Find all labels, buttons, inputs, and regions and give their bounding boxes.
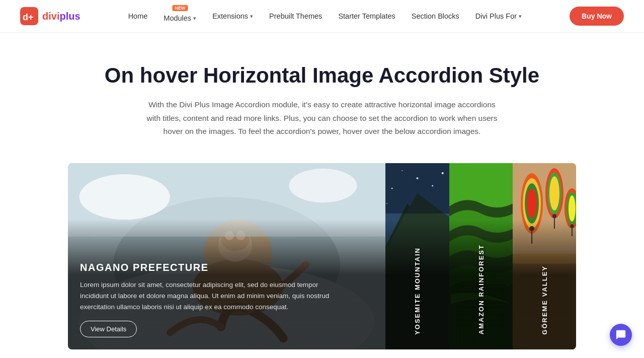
logo[interactable]: d+ diviplus [20, 7, 80, 25]
nagano-content: NAGANO PREFECTURE Lorem ipsum dolor sit … [68, 250, 385, 350]
amazon-title: AMAZON RAINFOREST [477, 244, 485, 334]
yosemite-title: YOSEMITE MOUNTAIN [414, 247, 421, 335]
amazon-content: AMAZON RAINFOREST [449, 325, 513, 349]
divifor-chevron: ▾ [519, 13, 522, 20]
logo-text: diviplus [42, 11, 80, 22]
buy-now-button[interactable]: Buy Now [570, 7, 624, 26]
svg-text:d+: d+ [23, 12, 34, 22]
main-content: On hover Horizontal Image Accordion Styl… [0, 33, 644, 358]
accordion-panel-nagano[interactable]: NAGANO PREFECTURE Lorem ipsum dolor sit … [68, 163, 385, 349]
extensions-chevron: ▾ [250, 13, 253, 20]
yosemite-content: YOSEMITE MOUNTAIN [385, 325, 449, 349]
page-title: On hover Horizontal Image Accordion Styl… [105, 63, 539, 88]
nagano-title: NAGANO PREFECTURE [80, 262, 373, 273]
accordion-container: NAGANO PREFECTURE Lorem ipsum dolor sit … [68, 163, 576, 349]
nav-sections[interactable]: Section Blocks [405, 8, 466, 24]
page-description: With the Divi Plus Image Accordion modul… [146, 98, 498, 138]
chat-bubble[interactable] [610, 324, 632, 346]
nav-prebuilt[interactable]: Prebuilt Themes [262, 8, 329, 24]
new-badge: NEW [172, 5, 188, 11]
modules-chevron: ▾ [193, 15, 196, 22]
nav-extensions[interactable]: Extensions ▾ [205, 8, 260, 24]
logo-icon: d+ [20, 7, 38, 25]
navbar: d+ diviplus Home NEW Modules ▾ Extension… [0, 0, 644, 33]
nagano-desc: Lorem ipsum dolor sit amet, consectetur … [80, 279, 332, 313]
nagano-view-details[interactable]: View Details [80, 321, 137, 337]
accordion-panel-yosemite[interactable]: YOSEMITE MOUNTAIN [385, 163, 449, 349]
nav-starter[interactable]: Starter Templates [331, 8, 402, 24]
goreme-content: GÖREME VALLEY [513, 325, 576, 349]
goreme-title: GÖREME VALLEY [540, 265, 548, 335]
nav-divifor[interactable]: Divi Plus For ▾ [468, 8, 529, 24]
nav-links: Home NEW Modules ▾ Extensions ▾ Prebuilt… [121, 6, 529, 26]
nav-home[interactable]: Home [121, 8, 155, 24]
accordion-panel-amazon[interactable]: AMAZON RAINFOREST [449, 163, 513, 349]
nav-modules[interactable]: NEW Modules ▾ [156, 6, 203, 26]
chat-icon [615, 329, 626, 340]
accordion-panel-goreme[interactable]: GÖREME VALLEY [513, 163, 576, 349]
